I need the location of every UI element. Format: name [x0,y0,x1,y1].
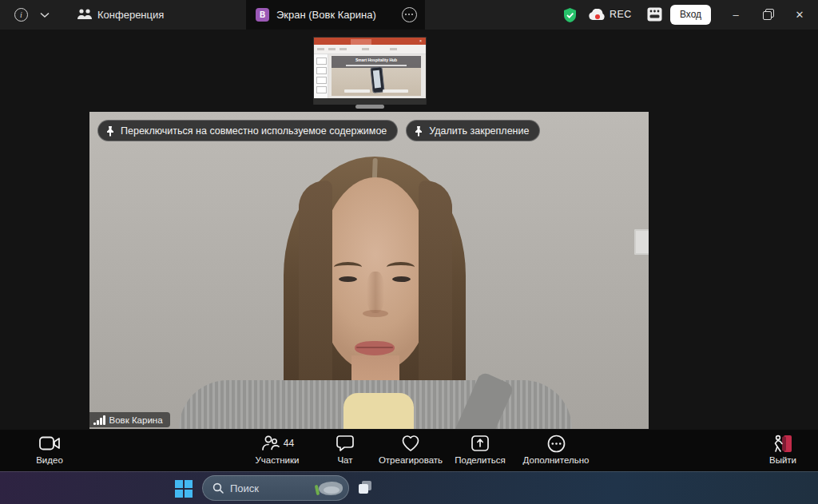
video-button[interactable]: Видео [18,434,81,465]
more-button-label: Дополнительно [523,455,590,465]
rec-label: REC [610,9,632,20]
pin-icon [414,125,423,137]
windows-taskbar: Поиск 259 W [0,471,818,504]
info-icon[interactable]: i [14,8,28,22]
slide-title: Smart Hospitality Hub [332,58,421,62]
tab-screen-share[interactable]: B Экран (Вовк Карина) [246,0,425,30]
remove-pin-button[interactable]: Удалить закрепление [406,120,540,141]
minimize-button[interactable]: – [721,0,750,30]
share-icon [471,435,490,452]
ppt-current-slide: Smart Hospitality Hub [332,56,421,96]
ppt-titlebar: × [314,38,426,45]
start-button[interactable] [175,480,192,497]
participants-icon [260,435,280,452]
switch-to-shared-content-button[interactable]: Переключиться на совместно используемое … [97,120,398,141]
eyebrow-left [334,262,362,272]
shield-check-icon[interactable] [562,7,578,23]
tab-conference[interactable]: Конференция [97,9,164,21]
tab-screen-share-label: Экран (Вовк Карина) [276,9,376,21]
ppt-statusbar [314,98,426,105]
lip-line [356,347,393,348]
participants-button[interactable]: 44 Участники [242,434,312,465]
person-nose [367,272,384,313]
slide-button-right [383,89,408,93]
chat-button[interactable]: Чат [323,434,367,465]
nose-shadow [363,310,388,317]
light-switch [634,229,649,255]
eyebrow-right [387,262,415,272]
login-button[interactable]: Вход [670,5,711,25]
person-inner-top [343,393,414,429]
share-button[interactable]: Поделиться [447,434,513,465]
search-highlight-image[interactable] [312,475,349,501]
apps-grid-icon[interactable] [647,7,662,22]
ppt-slide-panel [314,54,328,98]
leave-button-label: Выйти [769,455,796,465]
rec-cloud-icon[interactable] [588,9,607,22]
heart-icon [401,435,420,452]
participants-count-badge: 44 [284,438,294,449]
chevron-down-icon[interactable] [40,12,50,18]
participant-name-tag: Вовк Карина [89,412,170,427]
restore-button[interactable] [752,0,781,30]
taskbar-search[interactable]: Поиск [202,475,349,501]
more-button[interactable]: Дополнительно [518,434,594,465]
meeting-toolbar: Видео 44 Участники [0,430,818,471]
chat-icon [336,435,355,452]
chat-button-label: Чат [337,455,352,465]
tab-options-icon[interactable] [402,7,417,22]
eye-left [339,276,357,282]
close-button[interactable]: ✕ [785,0,814,30]
leave-button[interactable]: Выйти [754,434,812,465]
leave-icon [772,435,793,453]
react-button[interactable]: Отреагировать [374,434,447,465]
people-icon [77,7,93,22]
speaker-video-tile[interactable]: Переключиться на совместно используемое … [89,112,649,429]
video-button-label: Видео [36,455,63,465]
participants-button-label: Участники [256,455,300,465]
switch-banner-label: Переключиться на совместно используемое … [121,125,387,137]
unpin-banner-label: Удалить закрепление [429,125,529,137]
participant-name: Вовк Карина [109,415,163,425]
shared-screen-preview[interactable]: × Smart Hospitality Hub [314,38,426,104]
signal-bars-icon [93,415,105,425]
participant-badge: B [256,8,269,22]
task-view-button[interactable] [359,481,373,495]
search-icon [212,482,224,494]
pin-icon [105,125,115,137]
react-button-label: Отреагировать [379,455,443,465]
person-lips [355,341,395,355]
more-icon [547,435,566,453]
search-placeholder: Поиск [230,482,312,494]
slide-button-left [344,89,370,93]
slide-subtitle-line [346,65,407,66]
video-camera-icon [39,436,61,450]
eye-right [392,276,411,282]
title-bar: i Конференция B Экран (Вовк Карина) REC [0,0,818,30]
zoom-app-window: i Конференция B Экран (Вовк Карина) REC [0,0,818,504]
share-button-label: Поделиться [455,455,506,465]
preview-drag-handle[interactable] [355,105,384,109]
ppt-ribbon [314,45,426,54]
